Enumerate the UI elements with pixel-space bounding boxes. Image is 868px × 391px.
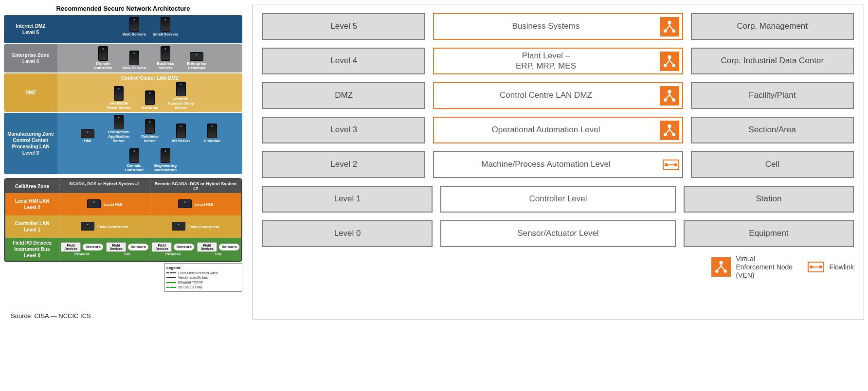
ven-icon — [660, 121, 679, 140]
level-row: Level 3Operational Automation LevelSecti… — [262, 117, 854, 143]
system-a-label: SCADA, DCS or Hybrid System #1 — [59, 179, 150, 193]
subzone-row: Controller LANLevel 1Field ControllersFi… — [5, 215, 241, 238]
zone-body: Domain ControllerWeb ServersBusiness Ser… — [57, 44, 242, 72]
right-cell: Cell — [691, 151, 854, 178]
zone-row: Enterprise ZoneLevel 4Domain ControllerW… — [4, 44, 242, 72]
device: Business Servers — [152, 46, 179, 71]
subzone-row: Local HMI LANLevel 2Local HMILocal HMI — [5, 193, 241, 215]
level-cell: Level 0 — [262, 220, 433, 247]
mid-cell: Machine/Process Automation Level — [433, 151, 683, 178]
cell-area-label: Cell/Area Zone — [5, 179, 59, 193]
ven-icon — [660, 52, 679, 71]
svg-point-17 — [724, 270, 726, 272]
server-icon — [161, 148, 170, 163]
zone-label: DMZ — [4, 73, 57, 112]
server-icon — [176, 124, 186, 138]
server-icon — [145, 90, 155, 105]
mid-cell: Sensor/Actuator Level — [440, 220, 676, 247]
subzone-half: Field Controllers — [150, 215, 241, 238]
server-icon — [145, 119, 155, 134]
left-title: Recommended Secure Network Architecture — [4, 5, 242, 12]
right-table: Level 5Business SystemsCorp. ManagementL… — [252, 4, 864, 320]
server-icon — [114, 86, 124, 101]
ven-icon — [660, 86, 679, 106]
level-cell: Level 1 — [262, 186, 433, 213]
mid-cell: Control Centre LAN DMZ — [433, 82, 683, 109]
server-icon — [114, 115, 124, 129]
level-row: Level 1Controller LevelStation — [262, 186, 854, 213]
level-cell: Level 3 — [262, 117, 425, 143]
level-row: Level 0Sensor/Actuator LevelEquipment — [262, 220, 854, 247]
level-row: Level 4Plant Level –ERP, MRP, MESCorp. I… — [262, 48, 854, 74]
svg-point-5 — [672, 64, 674, 66]
server-icon — [129, 17, 139, 32]
device: Historian — [199, 124, 225, 143]
device: Domain Controller — [121, 148, 147, 173]
device: Domain Controller — [90, 46, 116, 71]
right-cell: Equipment — [684, 220, 854, 247]
server-icon — [161, 46, 170, 61]
mid-cell: Business Systems — [433, 13, 683, 40]
device: I/O Server — [168, 124, 194, 143]
svg-point-16 — [716, 270, 718, 272]
svg-point-12 — [664, 133, 666, 135]
device: Web Servers — [121, 17, 147, 37]
level-cell: DMZ — [262, 82, 425, 109]
zone-body: Control Center LAN DMZAV/WSUS/ Patch Ser… — [57, 73, 242, 112]
svg-point-13 — [672, 133, 674, 135]
server-icon — [207, 124, 217, 138]
server-icon — [161, 17, 170, 32]
left-diagram: Recommended Secure Network Architecture … — [4, 4, 242, 320]
subzone-half: Field Controllers — [59, 215, 150, 238]
right-cell: Corp. Industrial Data Center — [691, 48, 854, 74]
svg-rect-2 — [668, 21, 670, 23]
device: HMI — [74, 129, 101, 143]
server-icon — [98, 46, 108, 61]
zone-label: Manufacturing ZoneControl Center/ Proces… — [4, 113, 57, 174]
svg-point-8 — [664, 99, 666, 101]
svg-rect-6 — [668, 56, 670, 58]
mid-cell: Operational Automation Level — [433, 117, 683, 143]
device: Engineering Workstation — [152, 148, 179, 173]
flowlink-icon — [808, 262, 824, 272]
device: Database Server — [137, 119, 163, 143]
server-icon — [129, 148, 139, 163]
system-b-label: Remote SCADA, DCS or Hybrid System #2 — [150, 179, 241, 193]
server-icon — [81, 129, 94, 138]
device: Email Servers — [152, 17, 179, 37]
subzone-label: Controller LANLevel 1 — [5, 215, 59, 238]
level-row: Level 2Machine/Process Automation LevelC… — [262, 151, 854, 178]
level-cell: Level 5 — [262, 13, 425, 40]
right-cell: Station — [684, 186, 854, 213]
subzone-label: Local HMI LANLevel 2 — [5, 193, 59, 215]
right-cell: Facility/Plant — [691, 82, 854, 109]
ven-icon — [660, 17, 679, 36]
device: Remote Access/ Jump Server — [168, 82, 194, 110]
level-row: DMZControl Centre LAN DMZFacility/Plant — [262, 82, 854, 109]
mid-cell: Plant Level –ERP, MRP, MES — [433, 48, 683, 74]
svg-rect-14 — [668, 125, 670, 127]
svg-rect-18 — [720, 262, 722, 264]
zone-row: DMZControl Center LAN DMZAV/WSUS/ Patch … — [4, 73, 242, 112]
source-note: Source: CISA — NCCIC ICS — [11, 312, 242, 320]
subzone-half: Local HMI — [150, 193, 241, 215]
svg-point-9 — [672, 99, 674, 101]
level-cell: Level 2 — [262, 151, 425, 178]
subzone-half: Field DevicesSensorsProcessField Devices… — [59, 238, 150, 261]
subzone-label: Field I/O DevicesInstrument BusLevel 0 — [5, 238, 59, 261]
subzone-row: Field I/O DevicesInstrument BusLevel 0Fi… — [5, 238, 241, 261]
left-legend: Legend: Local Field bus/hard wired Vendo… — [164, 263, 242, 291]
device: AV/WSUS/ Patch Server — [106, 86, 132, 110]
right-cell: Section/Area — [691, 117, 854, 143]
device: Enterprise Desktops — [183, 52, 210, 71]
cell-area-zone: Cell/Area Zone SCADA, DCS or Hybrid Syst… — [4, 178, 242, 262]
subzone-half: Local HMI — [59, 193, 150, 215]
zone-label: Enterprise ZoneLevel 4 — [4, 44, 57, 72]
ven-icon — [711, 257, 731, 277]
zone-label: Internet DMZLevel 5 — [4, 15, 57, 43]
zone-subtitle: Control Center LAN DMZ — [60, 75, 239, 81]
svg-rect-10 — [668, 90, 670, 92]
zone-row: Manufacturing ZoneControl Center/ Proces… — [4, 113, 242, 174]
device: Production/ Application Server — [106, 115, 132, 143]
level-row: Level 5Business SystemsCorp. Management — [262, 13, 854, 40]
